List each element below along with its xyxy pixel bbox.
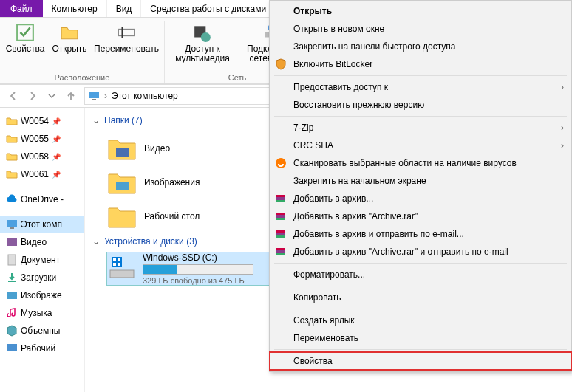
- nav-up-button[interactable]: [62, 87, 80, 105]
- ctx-rename[interactable]: Переименовать: [270, 329, 571, 347]
- chevron-down-icon: ⌄: [92, 236, 100, 247]
- ctx-add-email[interactable]: Добавить в архив и отправить по e-mail..…: [270, 225, 571, 243]
- drive-c[interactable]: Windows-SSD (C:) 329 ГБ свободно из 475 …: [107, 252, 281, 285]
- ctx-label: Переименовать: [293, 333, 358, 343]
- media-access-label: Доступ к мультимедиа: [171, 44, 234, 63]
- music-icon: [6, 307, 18, 319]
- ctx-scan-virus[interactable]: Сканировать выбранные области на наличие…: [270, 154, 571, 172]
- tab-file[interactable]: Файл: [0, 0, 43, 17]
- svg-rect-7: [89, 92, 99, 98]
- ctx-add-rar-email[interactable]: Добавить в архив "Archive.rar" и отправи…: [270, 243, 571, 261]
- ctx-create-shortcut[interactable]: Создать ярлык: [270, 312, 571, 329]
- folder-video-icon: [107, 136, 137, 161]
- nav-back-button[interactable]: [4, 87, 22, 105]
- tree-item-video[interactable]: Видео: [0, 233, 84, 251]
- nav-tree: W0054📌 W0055📌 W0058📌 W0061📌 OneDrive - Э…: [0, 108, 85, 392]
- svg-rect-17: [110, 270, 134, 278]
- folder-label: Рабочий стол: [144, 211, 200, 221]
- folder-icon: [6, 168, 18, 180]
- ctx-copy[interactable]: Копировать: [270, 289, 571, 306]
- tree-item-3d[interactable]: Объемны: [0, 322, 84, 340]
- media-icon: [192, 22, 213, 43]
- drive-free-text: 329 ГБ свободно из 475 ГБ: [143, 276, 253, 285]
- document-icon: [6, 254, 18, 266]
- download-icon: [6, 272, 18, 283]
- folder-icon: [6, 115, 18, 127]
- tree-label: Документ: [21, 255, 60, 265]
- drive-name: Windows-SSD (C:): [143, 252, 253, 263]
- rename-button[interactable]: Переименовать: [93, 21, 160, 55]
- tree-item-music[interactable]: Музыка: [0, 304, 84, 322]
- tree-item-documents[interactable]: Документ: [0, 251, 84, 269]
- nav-forward-button[interactable]: [24, 87, 41, 105]
- winrar-icon: [274, 192, 287, 205]
- svg-rect-10: [10, 227, 14, 229]
- open-button[interactable]: Открыть: [49, 21, 90, 55]
- chevron-right-icon: ›: [561, 140, 564, 151]
- svg-rect-30: [276, 213, 285, 215]
- tab-drive-tools[interactable]: Средства работы с дисками: [141, 0, 276, 17]
- tree-label: OneDrive -: [21, 194, 64, 204]
- ctx-crc-sha[interactable]: CRC SHA›: [270, 137, 571, 154]
- ctx-add-archive-rar[interactable]: Добавить в архив "Archive.rar": [270, 207, 571, 225]
- cloud-icon: [6, 193, 18, 205]
- ctx-pin-start[interactable]: Закрепить на начальном экране: [270, 172, 571, 190]
- group-network-label: Сеть: [228, 72, 246, 83]
- tree-item-this-pc[interactable]: Этот комп: [0, 216, 84, 233]
- svg-rect-14: [7, 344, 17, 351]
- ctx-label: 7-Zip: [293, 123, 313, 133]
- svg-rect-33: [276, 230, 285, 233]
- ctx-7zip[interactable]: 7-Zip›: [270, 119, 571, 137]
- tab-view[interactable]: Вид: [107, 0, 142, 17]
- ctx-format[interactable]: Форматировать...: [270, 266, 571, 283]
- ctx-label: Добавить в архив...: [293, 193, 373, 204]
- ctx-open-new-window[interactable]: Открыть в новом окне: [270, 20, 571, 38]
- tree-item-downloads[interactable]: Загрузки: [0, 269, 84, 286]
- tree-item-w0058[interactable]: W0058📌: [0, 148, 84, 165]
- tree-item-w0055[interactable]: W0055📌: [0, 130, 84, 148]
- tree-label: W0054: [21, 116, 49, 126]
- tree-item-w0061[interactable]: W0061📌: [0, 165, 84, 183]
- ctx-label: Закрепить на панели быстрого доступа: [293, 41, 456, 52]
- tree-item-w0054[interactable]: W0054📌: [0, 112, 84, 130]
- ctx-open[interactable]: Открыть: [270, 2, 571, 20]
- tree-label: Музыка: [21, 308, 52, 318]
- properties-button[interactable]: Свойства: [4, 21, 46, 55]
- svg-rect-27: [276, 195, 285, 197]
- cube-icon: [6, 325, 18, 337]
- ctx-grant-access[interactable]: Предоставить доступ к›: [270, 78, 571, 96]
- ctx-label: Восстановить прежнюю версию: [293, 100, 424, 110]
- ctx-add-archive[interactable]: Добавить в архив...: [270, 190, 571, 207]
- svg-rect-28: [276, 200, 285, 202]
- group-location-label: Расположение: [55, 72, 110, 83]
- svg-rect-1: [118, 30, 135, 36]
- ctx-separator: [274, 309, 567, 309]
- address-location: Этот компьютер: [112, 91, 178, 101]
- ctx-separator: [274, 263, 567, 264]
- tree-item-onedrive[interactable]: OneDrive -: [0, 190, 84, 208]
- svg-rect-31: [276, 218, 285, 220]
- ctx-properties[interactable]: Свойства: [270, 352, 571, 370]
- ctx-restore-version[interactable]: Восстановить прежнюю версию: [270, 96, 571, 114]
- ctx-label: Создать ярлык: [293, 315, 355, 326]
- film-icon: [6, 236, 18, 248]
- svg-rect-21: [113, 263, 116, 266]
- context-menu: Открыть Открыть в новом окне Закрепить н…: [269, 0, 572, 372]
- media-access-button[interactable]: Доступ к мультимедиа: [169, 21, 236, 65]
- ctx-separator: [274, 349, 567, 350]
- pin-icon: 📌: [52, 153, 61, 161]
- folders-header-label: Папки (7): [104, 115, 143, 125]
- ctx-bitlocker[interactable]: Включить BitLocker: [270, 55, 571, 73]
- nav-recent-button[interactable]: [43, 87, 61, 105]
- checkmark-icon: [15, 22, 35, 43]
- tree-item-pictures[interactable]: Изображе: [0, 286, 84, 304]
- ctx-pin-quick-access[interactable]: Закрепить на панели быстрого доступа: [270, 38, 571, 55]
- drives-header-label: Устройства и диски (3): [104, 236, 197, 247]
- tree-item-desktop[interactable]: Рабочий: [0, 340, 84, 357]
- ctx-label: Включить BitLocker: [293, 59, 372, 69]
- folder-label: Видео: [144, 143, 170, 154]
- tab-computer[interactable]: Компьютер: [43, 0, 107, 17]
- ctx-label: Добавить в архив "Archive.rar": [293, 211, 418, 221]
- svg-rect-11: [7, 238, 17, 246]
- pin-icon: 📌: [52, 171, 61, 179]
